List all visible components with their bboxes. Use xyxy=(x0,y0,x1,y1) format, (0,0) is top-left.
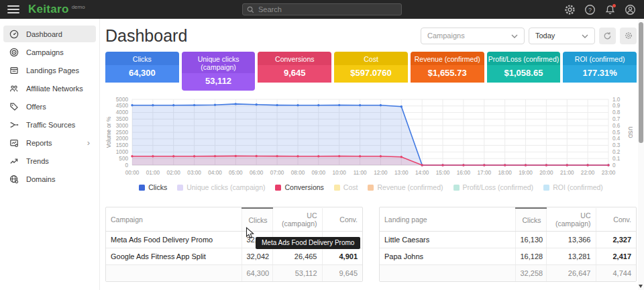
sidebar-item-offers[interactable]: Offers xyxy=(3,98,96,115)
metric-card-conversions[interactable]: Conversions 9,645 xyxy=(258,52,331,91)
svg-text:06:00: 06:00 xyxy=(250,170,264,176)
svg-text:03:00: 03:00 xyxy=(187,170,201,176)
svg-text:11:00: 11:00 xyxy=(354,170,367,176)
search-input[interactable] xyxy=(258,5,397,13)
chevron-right-icon: › xyxy=(87,140,90,146)
svg-text:08:00: 08:00 xyxy=(291,170,305,176)
notifications-icon[interactable] xyxy=(604,4,616,15)
sidebar-item-landings-pages[interactable]: Landings Pages xyxy=(3,62,96,79)
svg-text:12:00: 12:00 xyxy=(374,170,388,176)
campaign-filter-select[interactable]: Campaigns xyxy=(421,28,525,44)
legend-swatch xyxy=(177,185,183,191)
column-header-uc[interactable]: UC (campaign) xyxy=(272,208,322,232)
legend-item[interactable]: Cost xyxy=(334,183,358,191)
svg-text:21:00: 21:00 xyxy=(560,170,574,176)
sidebar-item-dashboard[interactable]: Dashboard xyxy=(3,26,96,42)
legend-item[interactable]: Clicks xyxy=(139,183,167,191)
svg-text:2500: 2500 xyxy=(116,130,129,136)
svg-text:3500: 3500 xyxy=(116,116,129,122)
svg-text:0.6: 0.6 xyxy=(612,123,621,129)
logo-text: Keitaro xyxy=(28,3,69,16)
refresh-button[interactable] xyxy=(599,28,616,44)
legend-item[interactable]: Revenue (confirmed) xyxy=(368,183,443,191)
column-header-campaign[interactable]: Campaign xyxy=(106,208,241,232)
target-icon xyxy=(9,48,19,57)
sidebar-item-affiliate-networks[interactable]: Affiliate Networks xyxy=(3,80,96,97)
account-icon[interactable] xyxy=(625,4,636,15)
legend-item[interactable]: ROI (confirmed) xyxy=(543,183,603,191)
scrollbar-down-arrow[interactable] xyxy=(639,285,643,288)
svg-text:0: 0 xyxy=(125,162,128,168)
globe-icon xyxy=(9,175,19,184)
totals-row: 32,258 26,647 4,744 xyxy=(380,265,636,282)
svg-text:10:00: 10:00 xyxy=(332,170,346,176)
svg-text:0.8: 0.8 xyxy=(612,109,621,115)
sidebar-nav: DashboardCampaignsLandings PagesAffiliat… xyxy=(0,19,100,290)
svg-text:13:00: 13:00 xyxy=(394,170,409,176)
svg-text:500: 500 xyxy=(119,156,128,162)
svg-text:0.5: 0.5 xyxy=(612,130,621,136)
legend-item[interactable]: Profit/Loss (confirmed) xyxy=(453,183,534,191)
svg-text:04:00: 04:00 xyxy=(208,170,222,176)
menu-icon[interactable] xyxy=(7,3,19,15)
page-title: Dashboard xyxy=(105,26,187,46)
svg-text:4500: 4500 xyxy=(116,103,129,109)
metric-card-revenue[interactable]: Revenue (confirmed) $1,655.73 xyxy=(411,52,484,91)
legend-swatch xyxy=(453,185,460,191)
svg-text:USD: USD xyxy=(627,126,633,138)
sidebar-item-trends[interactable]: Trends xyxy=(3,152,96,169)
chevron-down-icon xyxy=(582,32,588,40)
traffic-chart: 0500100015002000250030003500400045005000… xyxy=(105,95,637,191)
table-row[interactable]: Papa Johns 16,128 13,281 2,417 xyxy=(380,248,636,265)
sidebar-item-campaigns[interactable]: Campaigns xyxy=(3,44,96,60)
column-header-conv[interactable]: Conv. xyxy=(322,208,362,232)
dashboard-settings-button[interactable] xyxy=(620,28,637,44)
users-icon xyxy=(9,84,19,93)
svg-text:0.2: 0.2 xyxy=(612,149,621,155)
table-row[interactable]: Little Caesars 16,130 13,366 2,327 xyxy=(380,232,636,248)
svg-text:01:00: 01:00 xyxy=(146,170,160,176)
svg-text:1500: 1500 xyxy=(116,142,129,148)
row-tooltip: Meta Ads Food Delivery Promo xyxy=(256,237,360,249)
trend-icon xyxy=(9,156,19,166)
search-box[interactable] xyxy=(242,3,402,15)
column-header-conv[interactable]: Conv. xyxy=(596,208,636,232)
metric-card-unique-clicks[interactable]: Unique clicks (campaign) 53,112 xyxy=(182,52,256,91)
legend-item[interactable]: Unique clicks (campaign) xyxy=(177,183,265,191)
metric-card-cost[interactable]: Cost $597.0760 xyxy=(334,52,408,91)
svg-text:14:00: 14:00 xyxy=(415,170,429,176)
legend-swatch xyxy=(275,185,281,191)
sidebar-item-traffic-sources[interactable]: Traffic Sources xyxy=(3,116,96,133)
gear-icon xyxy=(625,32,633,40)
metric-card-roi[interactable]: ROI (confirmed) 177.31% xyxy=(563,52,637,91)
svg-text:1.0: 1.0 xyxy=(612,97,621,103)
metric-card-clicks[interactable]: Clicks 64,300 xyxy=(105,52,179,91)
svg-text:1000: 1000 xyxy=(116,149,129,155)
legend-item[interactable]: Conversions xyxy=(275,183,323,191)
svg-text:07:00: 07:00 xyxy=(270,170,284,176)
svg-text:0.7: 0.7 xyxy=(612,116,621,122)
column-header-landing-page[interactable]: Landing page xyxy=(380,208,515,232)
svg-text:16:00: 16:00 xyxy=(457,170,471,176)
report-icon xyxy=(9,138,19,148)
date-range-select[interactable]: Today xyxy=(529,28,595,44)
svg-text:18:00: 18:00 xyxy=(498,170,512,176)
notification-dot xyxy=(612,4,616,7)
chart-svg: 0500100015002000250030003500400045005000… xyxy=(105,95,633,180)
table-row[interactable]: Google Ads Fitness App Split 32,042 26,4… xyxy=(106,248,362,265)
legend-swatch xyxy=(368,185,374,191)
gauge-icon xyxy=(9,30,19,39)
column-header-clicks[interactable]: Clicks xyxy=(515,208,546,232)
column-header-uc[interactable]: UC (campaign) xyxy=(546,208,596,232)
metric-card-profit-loss[interactable]: Profit/Loss (confirmed) $1,058.65 xyxy=(487,52,561,91)
sidebar-item-reports[interactable]: Reports› xyxy=(3,134,96,151)
svg-text:0.9: 0.9 xyxy=(612,103,621,109)
scrollbar xyxy=(638,19,644,290)
settings-icon[interactable] xyxy=(564,4,576,15)
help-icon[interactable]: ? xyxy=(584,4,596,15)
svg-text:20:00: 20:00 xyxy=(539,170,553,176)
logo[interactable]: Keitaro demo xyxy=(28,3,85,16)
scrollbar-thumb[interactable] xyxy=(639,22,643,143)
sidebar-item-domains[interactable]: Domains xyxy=(3,171,96,187)
svg-text:0.3: 0.3 xyxy=(612,142,621,148)
